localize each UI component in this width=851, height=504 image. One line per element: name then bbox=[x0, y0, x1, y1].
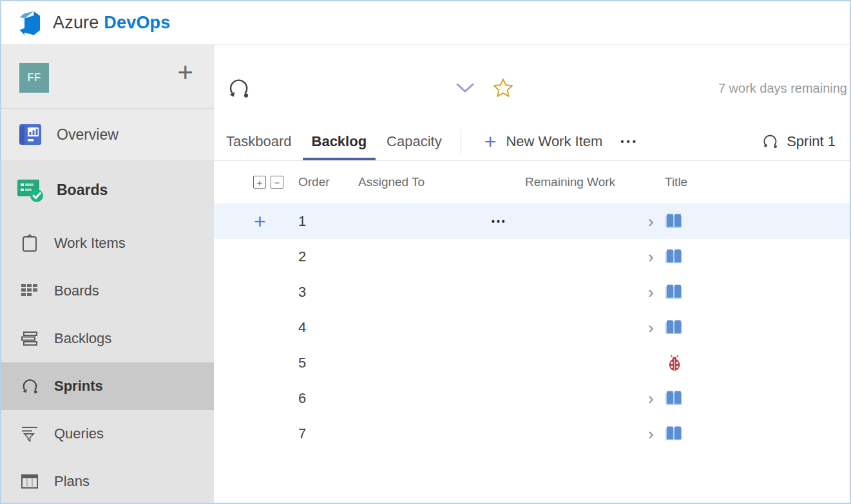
overview-icon bbox=[17, 121, 44, 148]
sprint-icon-small bbox=[761, 133, 778, 149]
main-content: 7 work days remaining Taskboard Backlog … bbox=[214, 45, 850, 503]
chevron-right-icon[interactable]: › bbox=[648, 247, 654, 266]
chevron-right-icon[interactable]: › bbox=[648, 388, 654, 408]
column-header-remaining-work[interactable]: Remaining Work bbox=[525, 175, 615, 189]
boards-section: Boards Work Items bbox=[1, 160, 214, 504]
sidebar-item-work-items[interactable]: Work Items bbox=[1, 219, 214, 267]
tab-backlog[interactable]: Backlog bbox=[311, 122, 368, 160]
sidebar-item-label: Queries bbox=[54, 425, 104, 442]
top-bar: Azure DevOps bbox=[1, 1, 850, 45]
query-icon bbox=[21, 425, 39, 443]
table-row[interactable]: + 1 ••• › bbox=[214, 203, 850, 239]
chevron-right-icon[interactable]: › bbox=[648, 424, 654, 443]
table-row[interactable]: 4 › bbox=[214, 310, 850, 345]
table-row[interactable]: 7 › bbox=[214, 416, 850, 451]
plus-icon: + bbox=[484, 131, 497, 152]
column-header-assigned-to[interactable]: Assigned To bbox=[358, 175, 425, 189]
sidebar-item-queries[interactable]: Queries bbox=[1, 410, 214, 458]
table-row[interactable]: 3 › bbox=[214, 274, 850, 310]
new-work-item-label: New Work Item bbox=[506, 133, 602, 150]
expand-all-icon[interactable]: + bbox=[253, 176, 266, 189]
tab-capacity[interactable]: Capacity bbox=[385, 122, 443, 160]
chevron-down-icon[interactable] bbox=[455, 82, 475, 95]
sidebar-item-label: Sprints bbox=[54, 378, 103, 395]
backlog-table: + − Order Assigned To Remaining Work Tit… bbox=[214, 161, 850, 503]
sidebar-item-label: Plans bbox=[54, 473, 90, 490]
sidebar-item-label: Backlogs bbox=[54, 330, 111, 347]
chevron-right-icon[interactable]: › bbox=[648, 317, 654, 337]
product-backlog-item-icon bbox=[665, 213, 683, 230]
project-row: FF + bbox=[1, 45, 214, 108]
order-cell: 1 bbox=[298, 213, 306, 230]
sidebar: FF + Overview bbox=[1, 45, 214, 503]
sidebar-item-label: Overview bbox=[57, 126, 119, 144]
chevron-right-icon[interactable]: › bbox=[648, 211, 654, 231]
brand-devops: DevOps bbox=[104, 13, 170, 32]
brand-azure: Azure bbox=[53, 13, 99, 32]
order-cell: 6 bbox=[298, 390, 306, 407]
brand-text: Azure DevOps bbox=[53, 13, 171, 33]
row-add-icon[interactable]: + bbox=[254, 209, 266, 233]
sidebar-item-backlogs[interactable]: Backlogs bbox=[1, 315, 214, 362]
plans-icon bbox=[21, 472, 39, 490]
sidebar-item-boards-group[interactable]: Boards bbox=[1, 160, 214, 219]
sidebar-item-overview[interactable]: Overview bbox=[1, 109, 214, 160]
table-header: + − Order Assigned To Remaining Work Tit… bbox=[214, 161, 850, 203]
boards-icon bbox=[15, 176, 45, 204]
sprint-selector[interactable]: Sprint 1 bbox=[761, 133, 836, 150]
sidebar-item-label: Boards bbox=[57, 182, 108, 199]
collapse-all-icon[interactable]: − bbox=[271, 176, 283, 189]
order-cell: 3 bbox=[298, 284, 306, 301]
more-options-button[interactable]: ••• bbox=[620, 136, 638, 147]
order-cell: 7 bbox=[298, 425, 306, 442]
clipboard-icon bbox=[21, 234, 39, 252]
table-row[interactable]: 6 › bbox=[214, 380, 850, 416]
row-context-menu-icon[interactable]: ••• bbox=[492, 216, 507, 227]
sprint-icon bbox=[21, 377, 39, 395]
sprint-icon-large bbox=[227, 77, 250, 99]
app-window: Azure DevOps FF + bbox=[0, 0, 851, 504]
product-backlog-item-icon bbox=[665, 390, 683, 407]
days-remaining-label: 7 work days remaining bbox=[718, 81, 847, 96]
tab-taskboard[interactable]: Taskboard bbox=[225, 122, 293, 160]
sprint-header: 7 work days remaining bbox=[214, 45, 850, 122]
sidebar-item-boards[interactable]: Boards bbox=[1, 267, 214, 315]
column-header-title[interactable]: Title bbox=[665, 175, 687, 189]
order-cell: 2 bbox=[298, 248, 306, 265]
backlog-icon bbox=[21, 330, 39, 348]
table-row[interactable]: 2 › bbox=[214, 239, 850, 274]
order-cell: 5 bbox=[298, 355, 306, 371]
new-work-item-button[interactable]: + New Work Item bbox=[484, 131, 603, 152]
tab-bar: Taskboard Backlog Capacity + New Work It… bbox=[214, 122, 850, 161]
chevron-right-icon[interactable]: › bbox=[648, 282, 654, 302]
product-backlog-item-icon bbox=[665, 284, 683, 301]
project-avatar[interactable]: FF bbox=[19, 63, 49, 93]
sidebar-item-sprints[interactable]: Sprints bbox=[1, 362, 214, 410]
add-project-button[interactable]: + bbox=[177, 59, 193, 86]
product-backlog-item-icon bbox=[665, 248, 683, 265]
sidebar-item-plans[interactable]: Plans bbox=[1, 458, 214, 504]
sidebar-item-label: Boards bbox=[54, 283, 99, 299]
sprint-selector-label: Sprint 1 bbox=[787, 133, 836, 150]
sidebar-item-label: Work Items bbox=[54, 235, 126, 252]
order-cell: 4 bbox=[298, 319, 306, 336]
favorite-star-icon[interactable] bbox=[492, 77, 514, 99]
grid-icon bbox=[21, 282, 39, 300]
table-row[interactable]: 5 bbox=[214, 345, 850, 380]
product-backlog-item-icon bbox=[665, 425, 683, 442]
product-backlog-item-icon bbox=[665, 319, 683, 336]
azure-devops-logo-icon bbox=[17, 10, 43, 36]
column-header-order[interactable]: Order bbox=[298, 175, 330, 189]
toolbar-divider bbox=[461, 129, 461, 154]
bug-icon bbox=[667, 354, 682, 371]
